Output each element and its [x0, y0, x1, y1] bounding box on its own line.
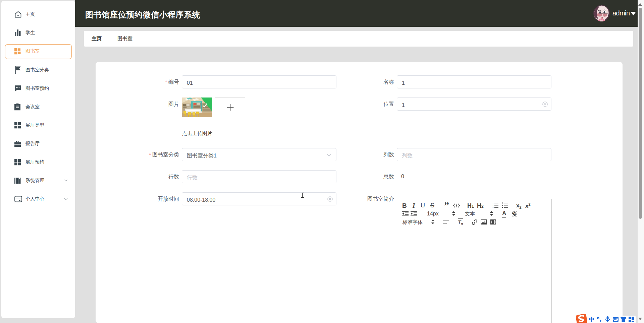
- svg-text:3: 3: [492, 206, 493, 208]
